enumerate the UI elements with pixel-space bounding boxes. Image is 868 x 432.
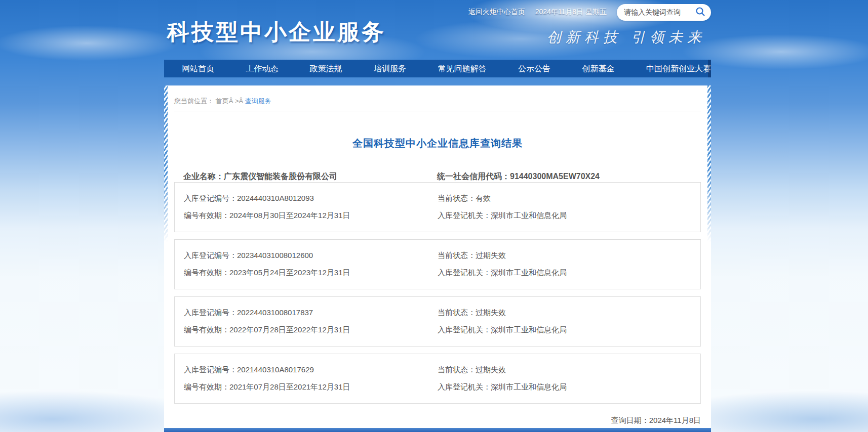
query-date: 查询日期：2024年11月8日: [174, 416, 701, 425]
nav-item-work-news[interactable]: 工作动态: [246, 60, 278, 77]
nav-item-faq[interactable]: 常见问题解答: [438, 60, 487, 77]
validity-period: 编号有效期：2024年08月30日至2024年12月31日: [184, 211, 438, 221]
return-torch-center-link[interactable]: 返回火炬中心首页: [468, 8, 525, 17]
nav-item-home[interactable]: 网站首页: [182, 60, 214, 77]
site-slogan: 创新科技 引领未来: [547, 28, 706, 47]
current-status: 当前状态：过期失效: [438, 308, 700, 318]
breadcrumb-home: 首页Â >Â: [216, 97, 245, 105]
nav-item-training[interactable]: 培训服务: [374, 60, 406, 77]
registration-authority: 入库登记机关：深圳市工业和信息化局: [438, 268, 700, 278]
current-status: 当前状态：过期失效: [438, 251, 700, 261]
breadcrumb-divider: [174, 111, 701, 111]
registration-authority: 入库登记机关：深圳市工业和信息化局: [438, 211, 700, 221]
current-date: 2024年11月8日 星期五: [535, 8, 607, 17]
company-info-row: 企业名称：广东震仪智能装备股份有限公司 统一社会信用代码：91440300MA5…: [174, 171, 701, 182]
registration-authority: 入库登记机关：深圳市工业和信息化局: [438, 325, 700, 335]
breadcrumb: 您当前位置： 首页Â >Â 查询服务: [164, 85, 711, 106]
record-card: 入库登记编号：2024440310A8012093 当前状态：有效 编号有效期：…: [174, 182, 701, 232]
validity-period: 编号有效期：2022年07月28日至2022年12月31日: [184, 325, 438, 335]
registration-number: 入库登记编号：202244031008017837: [184, 308, 438, 318]
validity-period: 编号有效期：2021年07月28日至2021年12月31日: [184, 382, 438, 392]
footer-bar: [164, 428, 711, 432]
status-value: 过期失效: [476, 251, 506, 260]
nav-item-announcements[interactable]: 公示公告: [518, 60, 550, 77]
search-icon: [695, 7, 705, 18]
site-logo: 科技型中小企业服务: [167, 17, 386, 47]
status-value: 有效: [476, 194, 491, 202]
registration-number: 入库登记编号：202344031008012600: [184, 251, 438, 261]
right-stripe-decoration: [707, 85, 711, 242]
registration-authority: 入库登记机关：深圳市工业和信息化局: [438, 382, 700, 392]
nav-item-innovation-competition[interactable]: 中国创新创业大赛: [646, 60, 711, 77]
record-card: 入库登记编号：202344031008012600 当前状态：过期失效 编号有效…: [174, 239, 701, 289]
current-status: 当前状态：有效: [438, 194, 700, 203]
search-input[interactable]: [624, 8, 694, 16]
page-container: 返回火炬中心首页 2024年11月8日 星期五 科技型中小企业服务 创新科技 引…: [164, 0, 711, 432]
validity-period: 编号有效期：2023年05月24日至2023年12月31日: [184, 268, 438, 278]
breadcrumb-current-link[interactable]: 查询服务: [245, 97, 271, 105]
left-stripe-decoration: [164, 85, 168, 242]
main-nav: 网站首页 工作动态 政策法规 培训服务 常见问题解答 公示公告 创新基金 中国创…: [164, 60, 711, 77]
page-title: 全国科技型中小企业信息库查询结果: [164, 137, 711, 150]
status-value: 过期失效: [476, 365, 506, 374]
registration-number: 入库登记编号：2021440310A8017629: [184, 365, 438, 375]
site-header: 返回火炬中心首页 2024年11月8日 星期五 科技型中小企业服务 创新科技 引…: [164, 0, 711, 60]
current-status: 当前状态：过期失效: [438, 365, 700, 375]
company-name: 企业名称：广东震仪智能装备股份有限公司: [183, 171, 437, 182]
credit-code: 统一社会信用代码：91440300MA5EW70X24: [437, 171, 701, 182]
search-box: [617, 4, 711, 21]
content-sheet: 您当前位置： 首页Â >Â 查询服务 全国科技型中小企业信息库查询结果 企业名称…: [164, 85, 711, 428]
registration-number: 入库登记编号：2024440310A8012093: [184, 194, 438, 203]
breadcrumb-label: 您当前位置：: [174, 97, 214, 105]
status-value: 过期失效: [476, 308, 506, 317]
record-card: 入库登记编号：202244031008017837 当前状态：过期失效 编号有效…: [174, 296, 701, 347]
topbar: 返回火炬中心首页 2024年11月8日 星期五: [468, 4, 711, 21]
nav-item-policies[interactable]: 政策法规: [310, 60, 342, 77]
nav-item-innovation-fund[interactable]: 创新基金: [582, 60, 615, 77]
record-card: 入库登记编号：2021440310A8017629 当前状态：过期失效 编号有效…: [174, 354, 701, 404]
search-button[interactable]: [694, 6, 706, 18]
